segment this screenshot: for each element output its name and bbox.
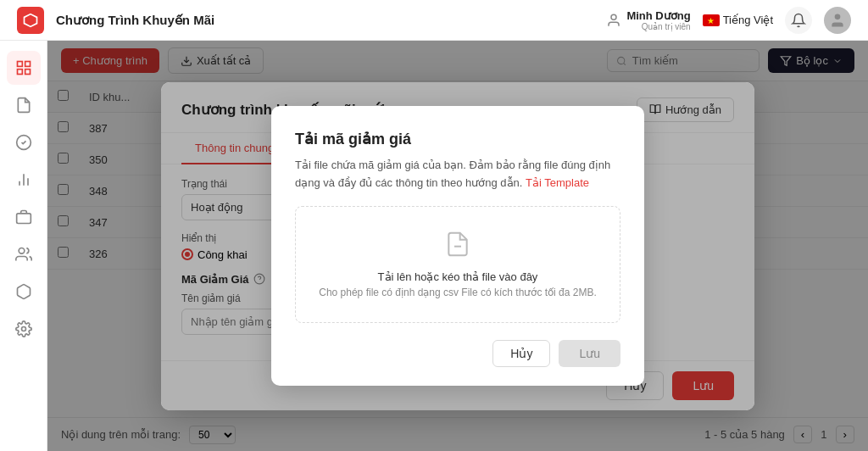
sidebar-item-briefcase[interactable] <box>7 200 41 234</box>
svg-rect-2 <box>17 62 22 67</box>
inner-cancel-button[interactable]: Hủy <box>492 340 550 367</box>
sidebar-item-box[interactable] <box>7 275 41 309</box>
modal-overlay: Chương trình khuyến mãi mới Hướng dẫn Th… <box>47 41 868 451</box>
nav-user: Minh Dương Quản trị viên <box>606 9 690 31</box>
grid-icon <box>15 59 32 76</box>
sidebar <box>0 41 47 451</box>
app-body: + Chương trình Xuất tất cả Bộ lọc <box>0 41 868 451</box>
inner-modal-desc: Tải file chứa mã giảm giá của bạn. Đảm b… <box>295 157 620 192</box>
inner-modal-overlay: Tải mã giảm giá Tải file chứa mã giảm gi… <box>161 82 754 410</box>
svg-rect-4 <box>25 70 30 75</box>
avatar-icon <box>829 12 846 29</box>
user-name: Minh Dương <box>626 9 690 22</box>
svg-rect-3 <box>25 62 30 67</box>
top-nav: Chương Trình Khuyến Mãi Minh Dương Quản … <box>0 0 868 41</box>
bar-chart-icon <box>15 171 32 188</box>
inner-modal-title: Tải mã giảm giá <box>295 130 620 148</box>
svg-rect-10 <box>16 214 31 224</box>
briefcase-icon <box>15 209 32 226</box>
drop-zone[interactable]: Tải lên hoặc kéo thả file vào đây Cho ph… <box>295 206 620 323</box>
app-logo <box>17 7 44 34</box>
flag-icon: ★ <box>703 14 720 26</box>
file-icon <box>15 97 32 114</box>
svg-point-0 <box>611 14 616 19</box>
svg-point-12 <box>21 327 25 331</box>
user-role: Quản trị viên <box>626 22 690 31</box>
inner-modal: Tải mã giảm giá Tải file chứa mã giảm gi… <box>271 106 644 386</box>
file-icon-large <box>444 231 471 258</box>
drop-zone-hint: Cho phép file có định dạng csv File có k… <box>309 287 606 298</box>
outer-modal: Chương trình khuyến mãi mới Hướng dẫn Th… <box>161 82 754 410</box>
users-icon <box>15 246 32 263</box>
svg-rect-5 <box>17 70 22 75</box>
sidebar-item-check[interactable] <box>7 125 41 159</box>
sidebar-item-users[interactable] <box>7 237 41 271</box>
box-icon <box>15 283 32 300</box>
drop-zone-text: Tải lên hoặc kéo thả file vào đây <box>309 270 606 283</box>
sidebar-item-file[interactable] <box>7 88 41 122</box>
notification-bell[interactable] <box>785 7 812 34</box>
svg-point-11 <box>19 248 25 254</box>
page-title: Chương Trình Khuyến Mãi <box>56 13 606 28</box>
file-upload-icon <box>309 231 606 264</box>
nav-right: Minh Dương Quản trị viên ★ Tiếng Việt <box>606 7 851 34</box>
user-avatar[interactable] <box>824 7 851 34</box>
sidebar-item-chart[interactable] <box>7 163 41 197</box>
inner-modal-footer: Hủy Lưu <box>295 340 620 367</box>
svg-point-1 <box>835 14 841 19</box>
user-icon <box>606 13 621 28</box>
check-circle-icon <box>15 134 32 151</box>
language-selector[interactable]: ★ Tiếng Việt <box>703 14 773 26</box>
template-link[interactable]: Tải Template <box>526 176 589 189</box>
sidebar-item-dashboard[interactable] <box>7 51 41 85</box>
inner-save-button[interactable]: Lưu <box>559 340 620 367</box>
bell-icon <box>791 13 806 28</box>
settings-icon <box>15 320 32 337</box>
sidebar-item-settings[interactable] <box>7 312 41 346</box>
language-label: Tiếng Việt <box>723 14 773 26</box>
main-content: + Chương trình Xuất tất cả Bộ lọc <box>47 41 868 451</box>
